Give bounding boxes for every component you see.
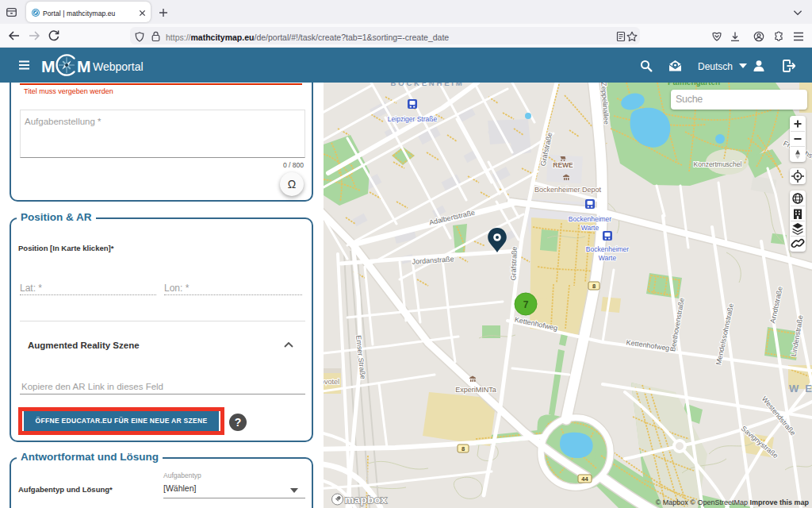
svg-text:8: 8 bbox=[462, 445, 465, 452]
svg-text:Warte: Warte bbox=[599, 254, 617, 262]
svg-text:ExperiMINTa: ExperiMINTa bbox=[455, 386, 496, 394]
svg-text:REWE: REWE bbox=[553, 161, 573, 169]
svg-text:Bockenheimer Depot: Bockenheimer Depot bbox=[534, 186, 602, 194]
svg-text:44: 44 bbox=[581, 475, 588, 483]
svg-text:ovotel: ovotel bbox=[324, 378, 339, 386]
svg-text:8: 8 bbox=[592, 283, 596, 290]
svg-text:Bockenheimer: Bockenheimer bbox=[569, 215, 612, 223]
svg-text:Bockenheimer: Bockenheimer bbox=[586, 245, 630, 253]
svg-text:Konzertmuschel: Konzertmuschel bbox=[694, 160, 742, 168]
svg-text:WESTEND: WESTEND bbox=[789, 383, 812, 394]
svg-text:7: 7 bbox=[523, 299, 529, 310]
svg-text:Leipziger Straße: Leipziger Straße bbox=[388, 115, 438, 123]
svg-text:BOCKENHEIM: BOCKENHEIM bbox=[391, 83, 465, 87]
svg-text:Warte: Warte bbox=[581, 224, 599, 232]
svg-text:Gräfstraße: Gräfstraße bbox=[509, 246, 518, 280]
svg-text:Palmengarten: Palmengarten bbox=[668, 83, 720, 87]
svg-text:mapbox: mapbox bbox=[345, 494, 388, 506]
